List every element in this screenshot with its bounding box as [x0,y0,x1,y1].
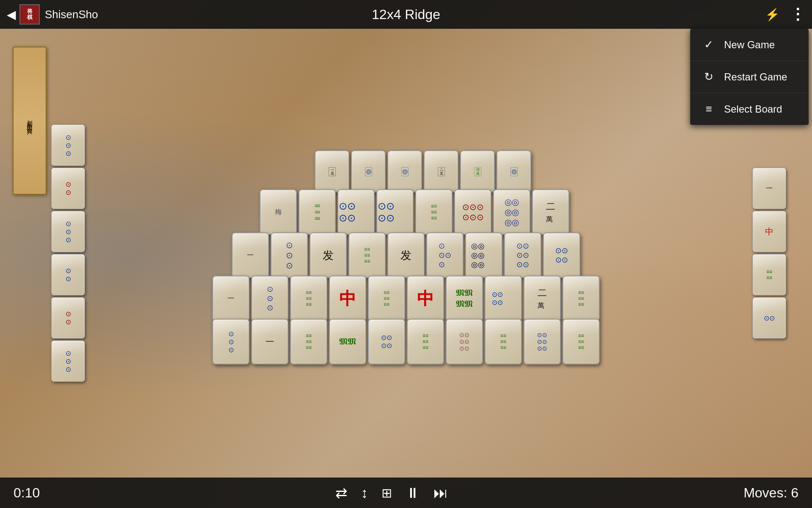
tile[interactable]: ◎◎◎◎◎◎ [465,232,502,278]
tile-row-1: 梅 ≡≡ ≡≡ ≡≡ ⊙⊙⊙⊙ ⊙⊙⊙⊙ ≡≡≡≡≡≡ ⊙⊙⊙⊙⊙⊙ [228,188,601,236]
right-edge-tiles: 一 中 ≡≡≡≡ ⊙⊙ [752,167,787,339]
board-container: 🀇 🀙 🀙 🀈 🀊 🀙 梅 ≡≡ ≡≡ ≡≡ ⊙⊙⊙⊙ ⊙⊙⊙⊙ [211,149,601,365]
tile[interactable]: 🀊 [460,150,495,193]
new-game-label: New Game [724,39,775,51]
back-button[interactable]: ◀ [7,8,16,22]
tile[interactable]: ≡≡≡≡≡≡ [415,189,453,235]
tile[interactable]: ⊙⊙⊙ [51,124,85,166]
updown-icon[interactable]: ↕ [361,485,368,501]
tile[interactable]: ≡≡≡≡≡≡ [290,276,327,321]
tile[interactable]: 🀈 [424,150,458,193]
tile[interactable]: ⊙⊙⊙⊙ [376,189,414,235]
tile[interactable]: ≡≡≡≡≡≡ [562,319,600,364]
pause-button[interactable]: ⏸ [406,485,420,501]
select-board-label: Select Board [724,103,782,115]
menu-item-restart-game[interactable]: ↻ Restart Game [690,61,809,93]
tile[interactable]: 🀙 [497,150,531,193]
tile[interactable]: ≡≡≡≡ [752,254,786,295]
tile[interactable]: ≡≡≡≡≡≡ [407,319,444,364]
tile[interactable]: ⊙⊙⊙⊙ [426,232,464,278]
tile[interactable]: 二萬 [524,276,561,321]
restart-game-label: Restart Game [724,71,787,83]
tile[interactable]: ⊙⊙⊙⊙⊙⊙ [504,232,541,278]
tile[interactable]: ⊙⊙⊙⊙ [337,189,375,235]
tile[interactable]: ⊙⊙ [752,297,786,339]
tile[interactable]: 🀙 [351,150,386,193]
tile[interactable]: ⊙⊙⊙ [212,319,250,364]
japanese-scroll: 都名所図会典 [13,47,47,195]
tile-row-3: 一 ⊙⊙⊙ ≡≡≡≡≡≡ 中 ≡≡≡≡≡≡ 中 𝕸𝕸𝕸𝕸 ⊙⊙⊙⊙ [211,275,601,322]
tile[interactable]: 二萬 [532,189,569,235]
restart-icon: ↻ [702,70,716,83]
tile[interactable]: 🀇 [315,150,349,193]
tile[interactable]: 一 [232,232,269,278]
tile[interactable]: 一 [251,319,288,364]
tile[interactable]: ⊙⊙⊙⊙⊙⊙ [446,319,483,364]
tile[interactable]: 𝕸𝕸𝕸𝕸 [446,276,483,321]
tile[interactable]: 发 [310,232,347,278]
tile[interactable]: ⊙⊙ [51,168,85,209]
more-menu-button[interactable]: ⋮ [790,6,805,23]
dropdown-menu: ✓ New Game ↻ Restart Game ≡ Select Board [690,29,809,125]
swap-icon[interactable]: ⇄ [335,484,347,501]
skip-button[interactable]: ⏭ [433,485,448,501]
tile[interactable]: 中 [329,276,366,321]
tile[interactable]: 𝕸𝕸 [329,319,366,364]
tile[interactable]: ⊙⊙⊙ [51,340,85,382]
tile[interactable]: ⊙⊙⊙⊙⊙⊙ [454,189,491,235]
list-icon: ≡ [702,102,716,116]
toolbar-right: ⚡ ⋮ [765,6,805,23]
tile[interactable]: ⊙⊙⊙⊙ [368,319,405,364]
tile[interactable]: ⊙⊙ [51,297,85,339]
tile[interactable]: ⊙⊙⊙ [271,232,308,278]
tile[interactable]: 中 [752,211,786,252]
tile[interactable]: ≡≡≡≡≡≡ [348,232,386,278]
tile[interactable]: ⊙⊙ [51,254,85,295]
tile[interactable]: 🀙 [387,150,422,193]
tile-layer-3: 🀇 🀙 🀙 🀈 🀊 🀙 [245,149,601,193]
game-title: 12x4 Ridge [372,7,440,22]
tile[interactable]: ⊙⊙⊙⊙⊙⊙ [524,319,561,364]
menu-item-new-game[interactable]: ✓ New Game [690,29,809,61]
tile-row-2: 一 ⊙⊙⊙ 发 ≡≡≡≡≡≡ 发 ⊙⊙⊙⊙ ◎◎◎◎◎◎ ⊙⊙⊙⊙⊙⊙ [211,232,601,279]
tile[interactable]: 一 [752,168,786,209]
left-edge-tiles: ⊙⊙⊙ ⊙⊙ ⊙⊙⊙ ⊙⊙ ⊙⊙ ⊙⊙⊙ [51,124,85,382]
tile[interactable]: ◎◎◎◎◎◎ [493,189,530,235]
game-timer: 0:10 [14,485,40,501]
tile[interactable]: ≡≡≡≡≡≡ [368,276,405,321]
tile-row-4: ⊙⊙⊙ 一 ≡≡≡≡≡≡ 𝕸𝕸 ⊙⊙⊙⊙ ≡≡≡≡≡≡ ⊙⊙⊙⊙⊙⊙ ≡≡≡≡≡… [211,318,601,365]
toolbar: ◀ 将棋 ShisenSho 12x4 Ridge ⚡ ⋮ [0,0,812,29]
lightning-icon[interactable]: ⚡ [765,8,780,22]
tile[interactable]: 一 [212,276,250,321]
tile[interactable]: ⊙⊙⊙ [51,211,85,252]
tile[interactable]: ⊙⊙⊙ [251,276,288,321]
menu-item-select-board[interactable]: ≡ Select Board [690,93,809,125]
app-icon: 将棋 [19,4,40,25]
tile[interactable]: ≡≡≡≡≡≡ [485,319,522,364]
tile[interactable]: 梅 [260,189,297,235]
bottom-bar: 0:10 ⇄ ↕ ⊞ ⏸ ⏭ Moves: 6 [0,478,812,508]
tile[interactable]: ≡≡≡≡≡≡ [290,319,327,364]
grid-icon[interactable]: ⊞ [381,486,392,500]
tile[interactable]: ⊙⊙⊙⊙ [485,276,522,321]
moves-display: Moves: 6 [743,485,798,501]
tile[interactable]: ⊙⊙⊙⊙ [543,232,580,278]
checkmark-icon: ✓ [702,38,716,51]
bottom-controls: ⇄ ↕ ⊞ ⏸ ⏭ [335,484,448,501]
tile[interactable]: 发 [387,232,425,278]
tile[interactable]: 中 [407,276,444,321]
tile[interactable]: ≡≡≡≡≡≡ [562,276,600,321]
tile[interactable]: ≡≡ ≡≡ ≡≡ [299,189,336,235]
